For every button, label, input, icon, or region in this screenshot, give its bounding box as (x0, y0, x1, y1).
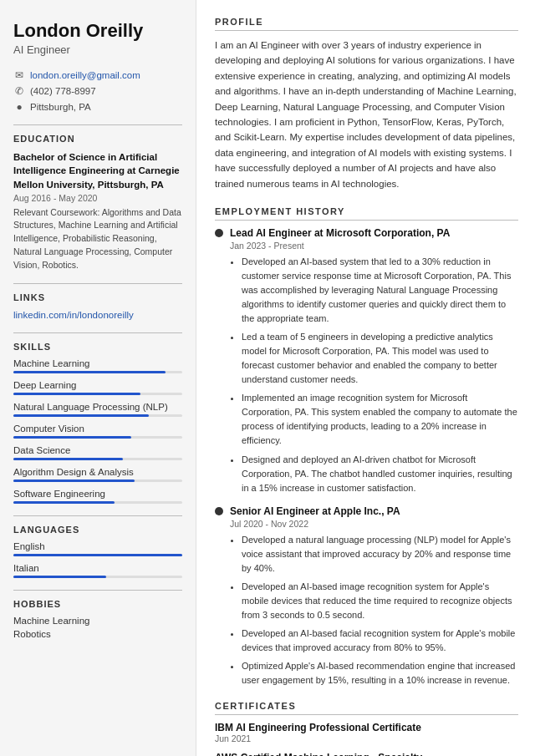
skill-bar-bg (13, 479, 182, 482)
skill-item: Machine Learning (13, 358, 182, 373)
skill-bar-fill (13, 458, 123, 460)
skill-bar-bg (13, 501, 182, 504)
divider-hobbies (13, 590, 182, 591)
job-bullets: Developed a natural language processing … (230, 533, 518, 688)
language-item: Italian (13, 563, 182, 578)
language-label: Italian (13, 563, 182, 573)
skill-bar-fill (13, 393, 140, 395)
job-item: Senior AI Engineer at Apple Inc., PAJul … (215, 505, 518, 688)
job-dot (215, 229, 223, 237)
skill-label: Data Science (13, 445, 182, 455)
cert-item: AWS Certified Machine Learning - Special… (215, 752, 518, 756)
hobby-item: Robotics (13, 629, 182, 639)
contact-email[interactable]: ✉ london.oreilly@gmail.com (13, 69, 182, 81)
employment-section-title: EMPLOYMENT HISTORY (215, 206, 518, 221)
job-dot (215, 507, 223, 515)
cert-name: AWS Certified Machine Learning - Special… (215, 752, 518, 756)
profile-section-title: PROFILE (215, 17, 518, 31)
certs-list: IBM AI Engineering Professional Certific… (215, 722, 518, 756)
skill-bar-fill (13, 501, 115, 504)
job-bullet: Optimized Apple's AI-based recommendatio… (242, 659, 518, 688)
lang-bar-bg (13, 576, 182, 578)
skill-label: Algorithm Design & Analysis (13, 467, 182, 477)
cert-name: IBM AI Engineering Professional Certific… (215, 722, 518, 733)
employment-section: EMPLOYMENT HISTORY Lead AI Engineer at M… (215, 206, 518, 688)
language-item: English (13, 541, 182, 556)
skill-label: Deep Learning (13, 380, 182, 390)
skill-label: Computer Vision (13, 424, 182, 434)
skill-bar-bg (13, 371, 182, 373)
skill-bar-fill (13, 436, 131, 439)
divider-languages (13, 515, 182, 516)
skill-item: Deep Learning (13, 380, 182, 395)
contact-location: ● Pittsburgh, PA (13, 101, 182, 113)
lang-bar-bg (13, 554, 182, 556)
divider-education (13, 124, 182, 125)
skill-item: Algorithm Design & Analysis (13, 467, 182, 482)
skill-bar-fill (13, 414, 149, 417)
lang-bar-fill (13, 576, 106, 578)
profile-section: PROFILE I am an AI Engineer with over 3 … (215, 17, 518, 191)
job-title-line: Lead AI Engineer at Microsoft Corporatio… (215, 227, 518, 239)
job-bullet: Developed an AI-based facial recognition… (242, 627, 518, 655)
job-item: Lead AI Engineer at Microsoft Corporatio… (215, 227, 518, 495)
email-icon: ✉ (13, 69, 25, 81)
languages-list: English Italian (13, 541, 182, 578)
contact-phone: ✆ (402) 778-8997 (13, 85, 182, 97)
job-bullet: Designed and deployed an AI-driven chatb… (242, 453, 518, 495)
linkedin-link[interactable]: linkedin.com/in/londonoreilly (13, 309, 182, 321)
education-date: Aug 2016 - May 2020 (13, 193, 182, 203)
skill-item: Software Engineering (13, 489, 182, 504)
job-title: Senior AI Engineer at Apple Inc., PA (230, 505, 400, 517)
education-degree: Bachelor of Science in Artificial Intell… (13, 150, 182, 190)
job-bullet: Developed an AI-based image recognition … (242, 580, 518, 622)
skill-item: Computer Vision (13, 424, 182, 439)
sidebar: London Oreilly AI Engineer ✉ london.orei… (0, 0, 196, 756)
job-date: Jan 2023 - Present (230, 241, 518, 251)
skill-bar-bg (13, 436, 182, 439)
skill-bar-fill (13, 479, 135, 482)
certificates-section-title: CERTIFICATES (215, 701, 518, 715)
skill-item: Data Science (13, 445, 182, 460)
main-content: PROFILE I am an AI Engineer with over 3 … (196, 0, 535, 756)
skill-bar-fill (13, 371, 166, 373)
skill-label: Software Engineering (13, 489, 182, 499)
education-section-title: EDUCATION (13, 134, 182, 144)
cert-item: IBM AI Engineering Professional Certific… (215, 722, 518, 743)
links-section-title: LINKS (13, 292, 182, 302)
resume-container: London Oreilly AI Engineer ✉ london.orei… (0, 0, 535, 756)
skill-label: Natural Language Processing (NLP) (13, 402, 182, 412)
hobbies-list: Machine LearningRobotics (13, 616, 182, 639)
certificates-section: CERTIFICATES IBM AI Engineering Professi… (215, 701, 518, 756)
cert-date: Jun 2021 (215, 733, 518, 743)
jobs-list: Lead AI Engineer at Microsoft Corporatio… (215, 227, 518, 688)
skill-label: Machine Learning (13, 358, 182, 368)
job-bullets: Developed an AI-based system that led to… (230, 255, 518, 495)
divider-links (13, 283, 182, 284)
skill-bar-bg (13, 393, 182, 395)
skill-item: Natural Language Processing (NLP) (13, 402, 182, 417)
job-title: Lead AI Engineer at Microsoft Corporatio… (230, 227, 450, 239)
education-coursework: Relevant Coursework: Algorithms and Data… (13, 206, 182, 272)
hobby-item: Machine Learning (13, 616, 182, 626)
hobbies-section-title: HOBBIES (13, 599, 182, 609)
skill-bar-bg (13, 458, 182, 460)
job-date: Jul 2020 - Nov 2022 (230, 519, 518, 529)
languages-section-title: LANGUAGES (13, 525, 182, 535)
lang-bar-fill (13, 554, 182, 556)
job-bullet: Developed an AI-based system that led to… (242, 255, 518, 326)
skill-bar-bg (13, 414, 182, 417)
sidebar-name: London Oreilly (13, 20, 182, 42)
skills-list: Machine Learning Deep Learning Natural L… (13, 358, 182, 504)
job-bullet: Led a team of 5 engineers in developing … (242, 330, 518, 387)
phone-icon: ✆ (13, 85, 25, 97)
job-bullet: Implemented an image recognition system … (242, 391, 518, 448)
job-bullet: Developed a natural language processing … (242, 533, 518, 576)
skills-section-title: SKILLS (13, 342, 182, 352)
profile-text: I am an AI Engineer with over 3 years of… (215, 38, 518, 191)
location-icon: ● (13, 101, 25, 113)
sidebar-title: AI Engineer (13, 43, 182, 56)
job-title-line: Senior AI Engineer at Apple Inc., PA (215, 505, 518, 517)
divider-skills (13, 332, 182, 333)
language-label: English (13, 541, 182, 551)
